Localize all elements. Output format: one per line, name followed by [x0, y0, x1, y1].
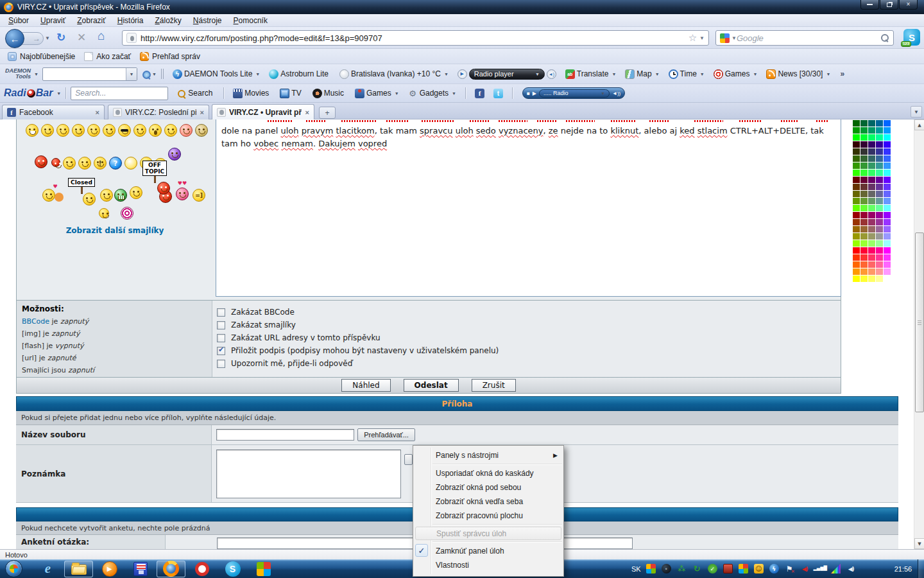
restore-button[interactable]	[880, 0, 898, 10]
palette-color-swatch[interactable]	[876, 261, 883, 268]
bookmark-star-icon[interactable]: ☆	[689, 32, 697, 44]
list-all-tabs-icon[interactable]: ▼	[911, 106, 922, 118]
smiley-bulb-icon[interactable]	[124, 157, 137, 170]
smiley-scared-icon[interactable]	[149, 124, 162, 137]
palette-color-swatch[interactable]	[876, 191, 883, 197]
tray-flag-icon[interactable]: ⚑	[785, 564, 794, 574]
url-text[interactable]: http://www.viry.cz/forum/posting.php?mod…	[141, 33, 686, 43]
palette-color-swatch[interactable]	[876, 141, 883, 148]
radio-mini-player[interactable]: ■▶..... Radio▼◄))	[522, 87, 625, 99]
tray-volume-icon[interactable]: ◀)	[846, 564, 856, 574]
palette-color-swatch[interactable]	[884, 261, 891, 268]
smiley-exclaim-icon[interactable]: !	[94, 157, 107, 170]
palette-color-swatch[interactable]	[853, 198, 860, 204]
palette-color-swatch[interactable]	[884, 247, 891, 254]
history-dropdown-icon[interactable]: ▼	[45, 35, 50, 41]
checkbox[interactable]	[217, 308, 225, 317]
palette-color-swatch[interactable]	[853, 170, 860, 176]
radiobar-search-input[interactable]: Search...	[71, 87, 168, 100]
combobox-dropdown-icon[interactable]: ▼	[126, 68, 137, 80]
start-button[interactable]	[5, 560, 22, 577]
taskbar-opera-button[interactable]	[187, 561, 216, 577]
palette-color-swatch[interactable]	[868, 205, 875, 211]
palette-color-swatch[interactable]	[853, 226, 860, 232]
palette-color-swatch[interactable]	[853, 177, 860, 183]
smiley-hypno-icon[interactable]	[121, 207, 133, 220]
palette-color-swatch[interactable]	[860, 127, 868, 134]
palette-color-swatch[interactable]	[884, 184, 891, 190]
palette-color-swatch[interactable]	[868, 162, 875, 169]
smiley-neutral-icon[interactable]	[56, 124, 69, 137]
forward-button[interactable]: →	[22, 32, 44, 45]
tab-close-icon[interactable]: ×	[96, 109, 99, 116]
checkbox[interactable]	[217, 347, 225, 355]
palette-color-swatch[interactable]	[853, 247, 860, 254]
palette-color-swatch[interactable]	[876, 170, 883, 176]
smiley-pair-icon[interactable]: ♥	[42, 189, 55, 202]
scroll-up-icon[interactable]: ▲	[914, 119, 924, 130]
toolbar-item-search[interactable]: Search	[176, 89, 214, 98]
palette-color-swatch[interactable]	[884, 162, 891, 169]
palette-color-swatch[interactable]	[853, 191, 860, 197]
menu-n-stroje[interactable]: Nástroje	[187, 15, 228, 26]
smiley-worm-icon[interactable]	[99, 208, 109, 218]
palette-color-swatch[interactable]	[860, 219, 868, 225]
palette-color-swatch[interactable]	[868, 198, 875, 204]
smiley-geek-icon[interactable]	[103, 124, 116, 137]
toolbar-item-movies[interactable]: Movies	[233, 89, 271, 98]
daemon-logo-dropdown-icon[interactable]: ▼	[34, 72, 38, 76]
smiley-eek-icon[interactable]	[72, 124, 85, 137]
palette-color-swatch[interactable]	[884, 120, 891, 127]
browse-button[interactable]: Prehľadávať...	[357, 428, 415, 441]
palette-color-swatch[interactable]	[876, 233, 883, 240]
palette-color-swatch[interactable]	[868, 127, 875, 134]
smiley-smile-icon[interactable]	[100, 189, 113, 202]
menu-hist-ria[interactable]: História	[112, 15, 150, 26]
smiley-smile-icon[interactable]	[41, 124, 54, 137]
web-search-icon[interactable]	[141, 69, 151, 79]
smiley-smoke-icon[interactable]	[87, 124, 100, 137]
palette-color-swatch[interactable]	[884, 268, 891, 275]
palette-color-swatch[interactable]	[860, 170, 868, 176]
tray-colorapp-icon[interactable]	[646, 564, 656, 574]
palette-color-swatch[interactable]	[876, 247, 883, 254]
palette-color-swatch[interactable]	[853, 155, 860, 162]
preview-button[interactable]: Náhled	[341, 379, 390, 392]
palette-color-swatch[interactable]	[884, 134, 891, 141]
toolbar-item-daemon-tools-lite[interactable]: DAEMON Tools Lite▼	[173, 69, 260, 79]
palette-color-swatch[interactable]	[868, 233, 875, 240]
search-placeholder[interactable]: Google	[737, 33, 880, 43]
tab-viry-cz-upravit-p-sp-vek[interactable]: VIRY.CZ • Upravit příspěvek×	[212, 104, 314, 119]
toolbar-item-tv[interactable]: TV	[280, 89, 303, 98]
palette-color-swatch[interactable]	[868, 261, 875, 268]
palette-color-swatch[interactable]	[884, 191, 891, 197]
palette-color-swatch[interactable]	[853, 184, 860, 190]
palette-color-swatch[interactable]	[860, 148, 868, 155]
palette-color-swatch[interactable]	[860, 254, 868, 261]
palette-color-swatch[interactable]	[876, 268, 883, 275]
show-more-smilies-link[interactable]: Zobrazit další smajlíky	[17, 226, 213, 235]
palette-color-swatch[interactable]	[884, 276, 891, 282]
palette-color-swatch[interactable]	[884, 219, 891, 225]
toolbar-item-bratislava-ivanka-10-c[interactable]: Bratislava (Ivanka) +10 °C▼	[339, 69, 449, 79]
palette-color-swatch[interactable]	[876, 134, 883, 141]
palette-color-swatch[interactable]	[853, 219, 860, 225]
tray-mascot-icon[interactable]: ☺	[754, 564, 764, 574]
taskbar-winapp-button[interactable]	[249, 561, 278, 577]
menu-z-lo-ky[interactable]: Záložky	[149, 15, 187, 26]
palette-color-swatch[interactable]	[868, 134, 875, 141]
palette-color-swatch[interactable]	[868, 148, 875, 155]
smiley-sign-icon[interactable]: Closed	[67, 175, 96, 208]
palette-color-swatch[interactable]	[884, 170, 891, 176]
smiley-lol-icon[interactable]	[133, 124, 146, 137]
palette-color-swatch[interactable]	[884, 155, 891, 162]
toolbar-item-twitter[interactable]	[493, 89, 503, 98]
search-engine-dropdown-icon[interactable]: ▼	[732, 35, 737, 41]
bookmark-ako-za-a[interactable]: Ako začať	[81, 51, 137, 62]
page-scrollbar[interactable]: ▲ ▼	[914, 119, 924, 549]
radio-station-pill[interactable]: ..... Radio▼	[539, 89, 610, 98]
menu-upravi[interactable]: Upraviť	[35, 15, 71, 26]
smiley-evil-icon[interactable]	[35, 155, 47, 168]
palette-color-swatch[interactable]	[860, 233, 868, 240]
toolbar-item-games[interactable]: Games▼	[355, 89, 399, 98]
